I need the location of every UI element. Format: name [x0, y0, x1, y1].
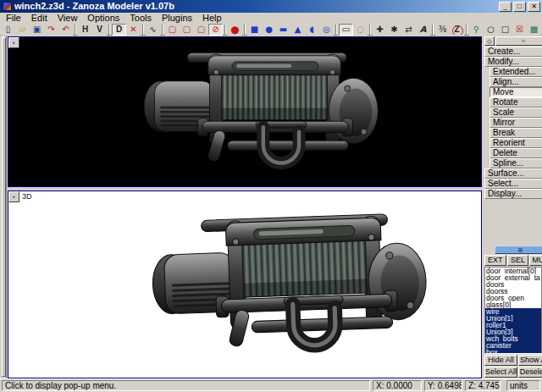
- shaded-cube-icon[interactable]: □: [498, 24, 512, 36]
- scale-tool-icon[interactable]: ✱: [387, 24, 401, 36]
- create-sphere-icon[interactable]: ●: [262, 24, 276, 36]
- deselect-button[interactable]: Deselect: [518, 367, 542, 378]
- list-item[interactable]: wire: [485, 308, 541, 315]
- list-item[interactable]: door_internal[0]: [485, 268, 541, 274]
- mul-mode-button[interactable]: MUL: [529, 255, 542, 266]
- list-item[interactable]: wch_bolts: [485, 335, 541, 342]
- cmd-display[interactable]: Display...: [484, 189, 542, 199]
- status-units: units: [506, 380, 540, 391]
- objects-listbox: door_internal[0] door_external_ta doors …: [484, 267, 542, 354]
- toolbar-separator: [75, 25, 76, 35]
- menu-tools[interactable]: Tools: [124, 13, 157, 24]
- create-cylinder-icon[interactable]: ▬: [276, 24, 290, 36]
- zanoza-z-icon[interactable]: Z: [450, 24, 464, 36]
- cmd-align[interactable]: Align...: [489, 77, 542, 87]
- cmd-move[interactable]: Move: [489, 87, 542, 97]
- cmd-create[interactable]: Create...: [484, 47, 542, 57]
- toolbar-separator: [142, 25, 144, 35]
- open-icon[interactable]: ▱: [15, 24, 30, 36]
- sidebar-rollup-button[interactable]: ≈: [495, 36, 542, 46]
- textures-icon[interactable]: ▩: [527, 24, 541, 36]
- sidebar-header: ◇ ≈: [484, 36, 542, 46]
- list-item[interactable]: box: [485, 349, 541, 353]
- menu-plugins[interactable]: Plugins: [157, 13, 197, 24]
- create-torus-icon[interactable]: ◎: [319, 24, 334, 36]
- toolbar-separator: [244, 25, 246, 35]
- circle-select-icon[interactable]: ◌: [353, 24, 368, 36]
- rect-select-icon[interactable]: ▭: [339, 24, 353, 36]
- viewport-top[interactable]: ▪: [8, 36, 482, 187]
- select-all-button[interactable]: Select All: [484, 367, 517, 378]
- toolbar-separator: [432, 25, 434, 35]
- sidebar-spacer: [484, 199, 542, 246]
- toolbar: ▯ ▱ ▣ ↷ ↶ H V D ✕ ∿ ▢ ▢ ▢ ⊘ ● ■ ● ▬ ▲ ◖ …: [0, 24, 542, 36]
- material-sphere-icon[interactable]: ●: [228, 24, 242, 36]
- list-item[interactable]: Union[3]: [485, 329, 541, 335]
- cmd-mirror[interactable]: Mirror: [489, 118, 542, 128]
- shaded-sphere-icon[interactable]: ○: [484, 24, 498, 36]
- list-item[interactable]: glass[0]: [485, 301, 541, 308]
- cmd-extended[interactable]: Extended...: [489, 67, 542, 77]
- menu-file[interactable]: File: [1, 13, 26, 24]
- objects-panel-expand-button[interactable]: ≋: [495, 246, 542, 254]
- toolbar-gripper[interactable]: [0, 36, 7, 378]
- list-item[interactable]: Union[1]: [485, 315, 541, 322]
- viewport-3d-menu-button[interactable]: ▪: [8, 191, 19, 202]
- fraction-icon[interactable]: ⅜: [435, 24, 450, 36]
- list-item[interactable]: canister: [485, 342, 541, 349]
- maximize-button[interactable]: □: [513, 2, 526, 12]
- hide-all-button[interactable]: Hide All: [484, 355, 517, 366]
- cmd-spline[interactable]: Spline...: [489, 158, 542, 168]
- wireframe-polyline-icon[interactable]: ∿: [146, 24, 160, 36]
- cmd-rotate[interactable]: Rotate: [489, 97, 542, 108]
- cmd-delete[interactable]: Delete: [489, 148, 542, 158]
- menu-help[interactable]: Help: [197, 13, 227, 24]
- list-item[interactable]: doors: [485, 281, 541, 288]
- list-item[interactable]: doorss: [485, 288, 541, 295]
- create-box-icon[interactable]: ■: [247, 24, 262, 36]
- sel-mode-button[interactable]: SEL: [507, 255, 529, 266]
- move-tool-icon[interactable]: ✚: [373, 24, 387, 36]
- import-icon[interactable]: ↷: [44, 24, 58, 36]
- show-all-button[interactable]: Show All: [518, 355, 542, 366]
- axes-toggle-icon[interactable]: ✕: [126, 24, 141, 36]
- cmd-modify[interactable]: Modify...: [484, 57, 542, 67]
- faces-level-icon[interactable]: ▢: [194, 24, 208, 36]
- create-ellipsoid-icon[interactable]: ◖: [305, 24, 319, 36]
- close-button[interactable]: ✕: [528, 2, 540, 12]
- edges-level-icon[interactable]: ▢: [180, 24, 194, 36]
- objects-mode-row: EXT SEL MUL: [484, 255, 542, 266]
- cmd-break[interactable]: Break: [489, 128, 542, 138]
- viewport-3d[interactable]: ▪ 3D: [8, 190, 482, 378]
- objects-level-icon[interactable]: ⊘: [208, 24, 223, 36]
- viewport-top-menu-button[interactable]: ▪: [8, 37, 19, 48]
- vertical-view-button[interactable]: V: [92, 24, 107, 36]
- list-item[interactable]: door_external_ta: [485, 274, 541, 281]
- create-cone-icon[interactable]: ▲: [290, 24, 305, 36]
- sidebar-collapse-button[interactable]: ◇: [484, 36, 495, 46]
- save-icon[interactable]: ▣: [30, 24, 44, 36]
- taper-tool-icon[interactable]: A: [416, 24, 430, 36]
- list-item[interactable]: roller1: [485, 322, 541, 329]
- zoom-icon[interactable]: ⚲: [469, 24, 484, 36]
- ext-mode-button[interactable]: EXT: [484, 255, 506, 266]
- cmd-select[interactable]: Select...: [484, 179, 542, 189]
- list-item[interactable]: doors_open: [485, 295, 541, 301]
- vertices-level-icon[interactable]: ▢: [165, 24, 180, 36]
- horizontal-view-button[interactable]: H: [78, 24, 92, 36]
- toolbar-separator: [466, 25, 467, 35]
- titlebar: winch2.z3d - Zanoza Modeler v1.07b _ □ ✕: [0, 0, 542, 13]
- minimize-button[interactable]: _: [499, 2, 512, 12]
- rotate-tool-icon[interactable]: ⇄: [401, 24, 416, 36]
- menu-view[interactable]: View: [53, 13, 83, 24]
- export-icon[interactable]: ↶: [58, 24, 73, 36]
- menu-options[interactable]: Options: [82, 13, 124, 24]
- cmd-reorient[interactable]: Reorient: [489, 138, 542, 148]
- default-view-button[interactable]: D: [112, 24, 126, 36]
- new-icon[interactable]: ▯: [1, 24, 15, 36]
- cmd-surface[interactable]: Surface...: [484, 168, 542, 179]
- toolbar-separator: [108, 25, 110, 35]
- bounds-icon[interactable]: ☒: [512, 24, 527, 36]
- menu-edit[interactable]: Edit: [26, 13, 53, 24]
- cmd-scale[interactable]: Scale: [489, 108, 542, 118]
